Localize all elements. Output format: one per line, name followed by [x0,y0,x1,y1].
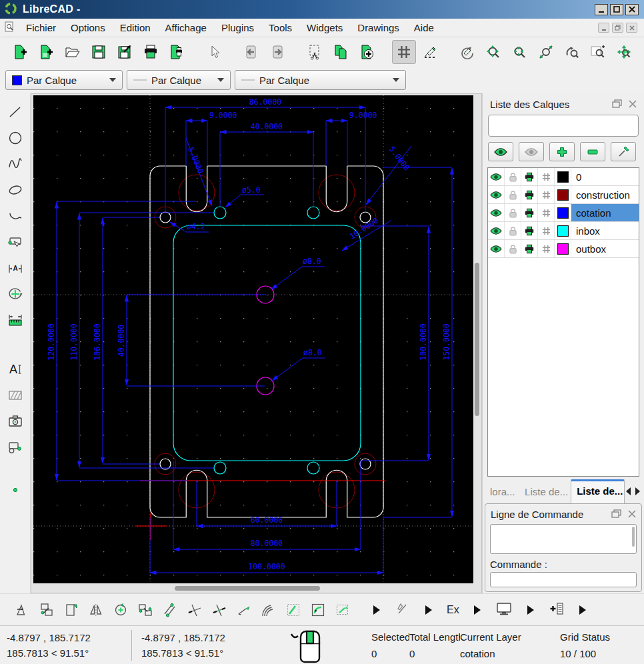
copy-tool-button[interactable] [34,599,59,621]
rotate-tool-button[interactable] [108,599,133,621]
pen-color-select[interactable]: Par Calque [5,70,123,90]
mirror-tool-button[interactable] [83,599,108,621]
remove-layer-button[interactable] [580,142,605,161]
point-tool-button[interactable] [5,480,25,500]
canvas-vscrollbar[interactable] [473,95,481,584]
dock-tab-1[interactable]: Liste de... [519,482,569,503]
child-minimize-button[interactable] [598,23,609,33]
bevel-tool-button[interactable] [256,599,281,621]
new-from-template-button[interactable] [34,40,58,64]
layer-color-swatch[interactable] [555,240,571,257]
flyout-arrow-icon[interactable] [425,605,432,615]
pen-width-select[interactable]: Par Calque [235,70,406,90]
eraser-icon[interactable] [395,601,411,619]
draft-toggle-button[interactable] [418,40,442,64]
layer-color-swatch[interactable] [555,168,571,185]
save-button[interactable] [87,40,111,64]
flyout-arrow-icon[interactable] [373,605,380,615]
layer-lock-icon[interactable] [505,240,521,257]
layer-name[interactable]: outbox [571,240,639,257]
layer-color-swatch[interactable] [555,222,571,239]
copy-button[interactable] [329,40,353,64]
cut-button[interactable] [303,40,327,64]
print-preview-button[interactable] [165,40,189,64]
order-tool-button[interactable] [5,437,25,457]
menu-item-drawings[interactable]: Drawings [350,20,407,35]
print-button[interactable] [139,40,163,64]
layer-visible-icon[interactable] [488,204,505,221]
child-restore-button[interactable] [612,23,623,33]
redraw-button[interactable] [455,40,479,64]
layer-visible-icon[interactable] [488,186,505,203]
offset-tool-button[interactable] [157,599,182,621]
float-panel-icon[interactable] [611,509,621,520]
layer-visible-icon[interactable] [488,222,505,239]
child-close-button[interactable] [626,23,637,33]
fillet-tool-button[interactable] [281,599,305,621]
line-tool-button[interactable] [5,102,25,122]
undo-button[interactable] [239,40,263,64]
menu-item-aide[interactable]: Aide [407,20,441,35]
layer-row-outbox[interactable]: outbox [488,240,639,258]
divide-tool-button[interactable] [305,599,330,621]
move-rotate-tool-button[interactable] [133,599,157,621]
layer-print-icon[interactable] [521,168,538,185]
zoom-in-button[interactable] [481,40,505,64]
layer-construction-icon[interactable] [538,222,555,239]
close-button[interactable] [625,4,639,15]
show-all-layers-button[interactable] [488,142,513,161]
hide-all-layers-button[interactable] [519,142,544,161]
titlebar[interactable]: LibreCAD - [0,0,644,19]
layer-filter-input[interactable] [488,115,639,137]
layer-print-icon[interactable] [521,222,538,239]
layer-row-0[interactable]: 0 [488,168,639,186]
layer-name[interactable]: inbox [571,222,639,239]
layer-construction-icon[interactable] [538,186,555,203]
layer-row-inbox[interactable]: inbox [488,222,639,240]
zoom-previous-button[interactable] [560,40,584,64]
grid-toggle-button[interactable] [392,40,416,64]
stretch-tool-button[interactable] [330,599,355,621]
lengthen-tool-button[interactable] [231,599,256,621]
scale-tool-button[interactable] [59,599,83,621]
paste-button[interactable] [355,40,379,64]
zoom-pan-button[interactable] [612,40,636,64]
layer-lock-icon[interactable] [505,204,521,221]
save-as-button[interactable] [113,40,137,64]
edit-layer-attributes-button[interactable] [611,142,636,161]
menu-item-fichier[interactable]: Fichier [19,20,63,35]
menu-item-widgets[interactable]: Widgets [299,20,350,35]
zoom-out-button[interactable] [507,40,531,64]
tab-scroll-right-icon[interactable] [635,487,640,495]
hscrollbar-thumb[interactable] [175,586,320,591]
ellipse-tool-button[interactable] [5,180,25,200]
open-file-button[interactable] [60,40,84,64]
drawing-canvas[interactable]: 86.0000 9.0000 9.0000 40.0000 60.0000 80… [31,93,482,593]
new-file-button[interactable] [8,40,32,64]
hatch-tool-button[interactable] [5,385,25,405]
layer-name[interactable]: cotation [571,204,639,221]
spline-tool-button[interactable] [5,154,25,174]
maximize-button[interactable] [610,4,623,15]
measure-tool-button[interactable] [5,310,25,330]
command-history[interactable] [490,524,637,554]
explode-button[interactable]: Ex [447,604,459,616]
menu-item-plugins[interactable]: Plugins [214,20,261,35]
trim-tool-button[interactable] [182,599,207,621]
layer-color-swatch[interactable] [555,186,571,203]
command-input[interactable] [490,572,637,587]
pointer-button[interactable] [202,40,226,64]
flyout-arrow-icon[interactable] [579,605,586,615]
menu-item-edition[interactable]: Edition [113,20,158,35]
layer-construction-icon[interactable] [538,204,555,221]
screen-icon[interactable] [495,601,513,619]
layer-visible-icon[interactable] [488,240,505,257]
command-history-scrollbar[interactable] [632,527,635,547]
menu-item-tools[interactable]: Tools [261,20,299,35]
dock-tab-2[interactable]: Liste de... [571,479,625,503]
add-layer-button[interactable] [549,142,575,161]
select-tool-button[interactable] [5,232,25,252]
text-tool-button[interactable]: A [5,359,25,379]
menu-item-options[interactable]: Options [63,20,113,35]
zoom-auto-button[interactable] [533,40,557,64]
